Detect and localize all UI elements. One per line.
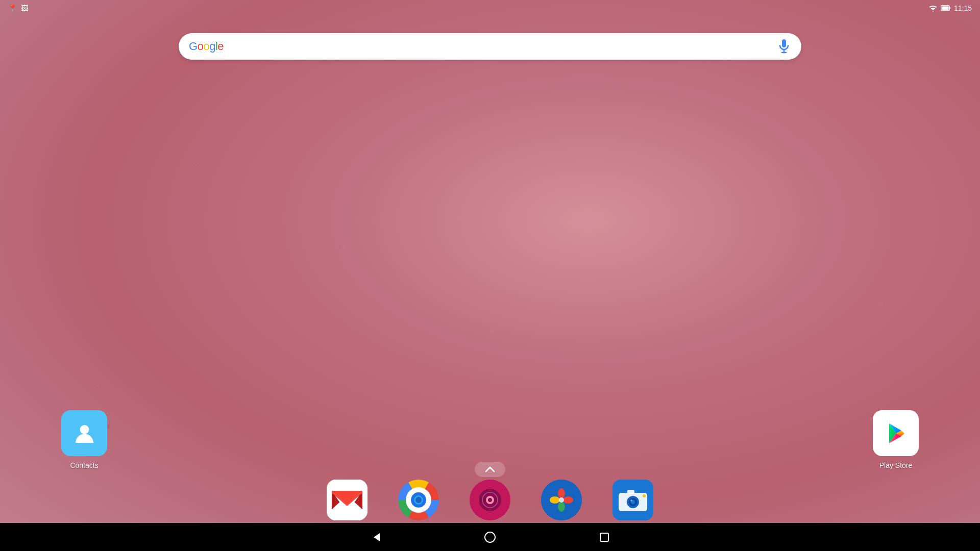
status-bar: 📍 🖼 11:15 (0, 0, 980, 16)
image-status-icon: 🖼 (21, 4, 28, 12)
svg-rect-1 (949, 7, 950, 9)
contacts-label: Contacts (70, 461, 98, 469)
photos-icon (541, 480, 582, 520)
dock-app-music[interactable] (470, 480, 510, 520)
back-button[interactable] (370, 531, 382, 543)
chevron-up-icon (485, 466, 495, 472)
status-time: 11:15 (954, 4, 972, 12)
back-icon (370, 531, 382, 543)
svg-point-35 (550, 496, 560, 504)
svg-point-29 (488, 498, 492, 502)
home-button[interactable] (484, 531, 496, 543)
gmail-icon (327, 480, 368, 520)
search-bar[interactable]: Google (179, 33, 801, 60)
status-icons-right: 11:15 (928, 4, 972, 12)
google-logo: Google (189, 40, 224, 53)
dock-app-gmail[interactable] (327, 480, 368, 520)
svg-point-25 (415, 497, 422, 503)
svg-point-44 (643, 494, 646, 497)
location-icon: 📍 (8, 4, 17, 12)
svg-rect-2 (941, 7, 948, 10)
search-bar-container[interactable]: Google (179, 33, 801, 60)
app-icon-play-store[interactable]: Play Store (873, 410, 919, 469)
svg-point-7 (80, 425, 89, 434)
svg-point-33 (563, 496, 573, 504)
status-bar-left: 📍 🖼 (8, 4, 28, 12)
battery-icon (941, 5, 951, 12)
dock-app-camera[interactable] (612, 480, 653, 520)
svg-point-34 (558, 502, 565, 512)
chrome-icon (398, 480, 439, 520)
svg-marker-45 (374, 533, 380, 541)
app-icon-contacts[interactable]: Contacts (61, 410, 107, 469)
svg-point-32 (558, 488, 565, 498)
svg-point-46 (485, 532, 495, 542)
svg-point-42 (630, 499, 632, 502)
svg-point-36 (559, 497, 564, 503)
nav-bar (0, 523, 980, 551)
play-store-icon (873, 410, 919, 456)
music-icon (470, 480, 510, 520)
recents-button[interactable] (598, 531, 610, 543)
dock-app-photos[interactable] (541, 480, 582, 520)
svg-rect-43 (627, 490, 634, 494)
recents-icon (598, 531, 610, 543)
dock (0, 474, 980, 531)
desktop-icons: Contacts (0, 410, 980, 469)
play-store-label: Play Store (879, 461, 913, 469)
dock-app-chrome[interactable] (398, 480, 439, 520)
camera-icon (612, 480, 653, 520)
svg-rect-3 (782, 39, 786, 47)
wifi-icon (928, 5, 938, 12)
home-icon (484, 531, 496, 543)
contacts-icon (61, 410, 107, 456)
svg-rect-47 (600, 533, 608, 541)
mic-icon[interactable] (777, 39, 791, 54)
